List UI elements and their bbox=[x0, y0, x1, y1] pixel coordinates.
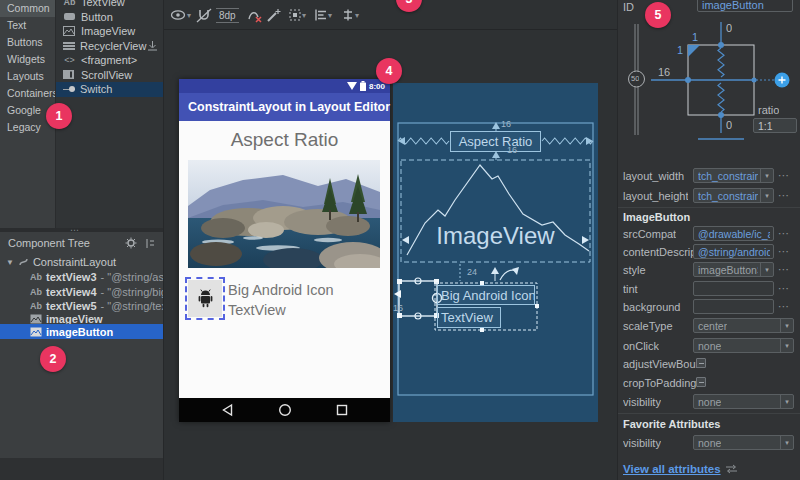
download-icon[interactable] bbox=[148, 41, 157, 51]
croptopadding-checkbox[interactable] bbox=[696, 377, 706, 387]
view-options-button[interactable]: ▾ bbox=[170, 6, 191, 24]
margin-value: 8dp bbox=[216, 8, 239, 23]
distribute-icon bbox=[341, 8, 355, 22]
pack-distribute-button[interactable]: ▾ bbox=[341, 6, 359, 24]
palette-item-switch[interactable]: Switch bbox=[56, 82, 163, 97]
margin-label-left: 16 bbox=[393, 303, 403, 313]
more-button[interactable]: ⋯ bbox=[778, 300, 789, 313]
android-robot-icon bbox=[197, 289, 214, 308]
phone-nav-bar bbox=[179, 398, 390, 422]
palette-category-text[interactable]: Text bbox=[0, 17, 55, 34]
wand-icon bbox=[266, 8, 282, 23]
layout-height-combo[interactable]: tch_constraint▾ bbox=[693, 188, 774, 203]
button-icon bbox=[63, 12, 76, 22]
blueprint-caption-line1[interactable]: Big Android Icon bbox=[437, 285, 535, 305]
battery-icon bbox=[360, 81, 366, 91]
infer-constraints-button[interactable] bbox=[266, 6, 282, 24]
margin-top-value[interactable]: 0 bbox=[726, 22, 732, 34]
background-field[interactable] bbox=[693, 299, 774, 314]
phone-status-bar: 8:00 bbox=[179, 79, 390, 93]
more-button[interactable]: ⋯ bbox=[778, 282, 789, 295]
palette-category-containers[interactable]: Containers bbox=[0, 85, 55, 102]
bias-value[interactable]: 50 bbox=[631, 74, 639, 83]
gear-icon[interactable] bbox=[125, 237, 137, 249]
clear-constraints-button[interactable] bbox=[246, 6, 263, 24]
palette-category-widgets[interactable]: Widgets bbox=[0, 51, 55, 68]
favorite-attributes-title: Favorite Attributes bbox=[623, 418, 720, 430]
annotation-badge-2: 2 bbox=[40, 346, 66, 372]
onclick-combo[interactable]: none▾ bbox=[693, 338, 794, 353]
magnet-off-icon bbox=[196, 8, 212, 23]
palette-item-scrollview[interactable]: ScrollView bbox=[56, 68, 163, 83]
design-preview-phone[interactable]: 8:00 ConstraintLayout in Layout Editor A… bbox=[179, 79, 390, 422]
blueprint-imageview-label[interactable]: ImageView bbox=[401, 222, 590, 250]
default-margins-control[interactable]: 8dp bbox=[216, 6, 239, 24]
fragment-icon: <> bbox=[63, 55, 76, 65]
recyclerview-icon bbox=[63, 42, 75, 50]
attributes-panel: ID imageButton 50 0 1 1 16 0 ratio 1:1 bbox=[617, 0, 800, 480]
caption-textview-line1[interactable]: Big Android Icon bbox=[228, 282, 334, 298]
adjustviewbounds-checkbox[interactable] bbox=[696, 358, 706, 368]
layout-width-combo[interactable]: tch_constraint▾ bbox=[693, 168, 774, 183]
palette-category-layouts[interactable]: Layouts bbox=[0, 68, 55, 85]
tree-item-constraintlayout[interactable]: ▼ ConstraintLayout bbox=[0, 255, 163, 269]
component-tree-panel: Component Tree ▼ ConstraintLayout Ab tex… bbox=[0, 232, 163, 458]
srccompat-field[interactable]: @drawable/ic_an bbox=[693, 226, 774, 241]
contentdescription-field[interactable]: @string/android_ bbox=[693, 244, 774, 259]
margin-label-top: 16 bbox=[501, 119, 511, 129]
collapse-all-icon[interactable] bbox=[145, 238, 155, 249]
more-button[interactable]: ⋯ bbox=[778, 227, 789, 240]
blueprint-aspect-ratio-textview[interactable]: Aspect Ratio bbox=[450, 131, 541, 152]
more-button[interactable]: ⋯ bbox=[778, 169, 789, 182]
clear-constraints-icon bbox=[246, 8, 263, 23]
tree-item-textview5[interactable]: Ab textView5 - "@string/tex bbox=[0, 299, 163, 313]
autoconnect-off-button[interactable] bbox=[196, 6, 212, 24]
textview-icon: Ab bbox=[63, 0, 76, 7]
palette-item-fragment[interactable]: <> <fragment> bbox=[56, 53, 163, 68]
lake-photo-imageview[interactable] bbox=[188, 160, 380, 268]
visibility-combo[interactable]: none▾ bbox=[693, 394, 794, 409]
switch-icon bbox=[63, 85, 75, 93]
style-combo[interactable]: imageButtonSt▾ bbox=[693, 262, 774, 277]
back-icon bbox=[221, 403, 234, 417]
blueprint-caption-line2[interactable]: TextView bbox=[437, 307, 501, 328]
wifi-icon bbox=[347, 82, 357, 90]
more-button[interactable]: ⋯ bbox=[778, 263, 789, 276]
favorite-visibility-combo[interactable]: none▾ bbox=[693, 435, 794, 450]
textview-icon: Ab bbox=[30, 287, 42, 297]
android-imagebutton-selected[interactable] bbox=[188, 280, 222, 317]
status-time: 8:00 bbox=[369, 82, 385, 91]
recents-icon bbox=[336, 404, 348, 416]
aspect-ratio-textview[interactable]: Aspect Ratio bbox=[179, 129, 390, 151]
phone-content: Aspect Ratio bbox=[179, 121, 390, 398]
palette-category-buttons[interactable]: Buttons bbox=[0, 34, 55, 51]
section-imagebutton: ImageButton bbox=[623, 211, 690, 223]
expander-icon[interactable]: ▼ bbox=[6, 258, 14, 267]
guidelines-button[interactable]: ▾ bbox=[288, 6, 306, 24]
blueprint-view[interactable]: Aspect Ratio 16 16 ImageView 24 16 Big A… bbox=[393, 83, 598, 422]
margin-label-mid: 16 bbox=[507, 145, 517, 155]
ratio-field[interactable]: 1:1 bbox=[753, 118, 797, 133]
tint-field[interactable] bbox=[693, 281, 774, 296]
tree-item-textview4[interactable]: Ab textView4 - "@string/big bbox=[0, 285, 163, 299]
tree-item-imagebutton[interactable]: imageButton bbox=[0, 324, 163, 339]
palette-item-imageview[interactable]: ImageView bbox=[56, 24, 163, 39]
palette-item-textview[interactable]: Ab TextView bbox=[56, 0, 163, 10]
more-button[interactable]: ⋯ bbox=[778, 189, 789, 202]
eye-icon bbox=[170, 8, 187, 22]
caption-textview-line2[interactable]: TextView bbox=[228, 302, 286, 318]
tree-item-textview3[interactable]: Ab textView3 - "@string/asp bbox=[0, 270, 163, 284]
annotation-badge-4: 4 bbox=[376, 58, 402, 84]
more-button[interactable]: ⋯ bbox=[778, 245, 789, 258]
design-toolbar: ▾ 8dp ▾ ▾ ▾ bbox=[164, 0, 618, 30]
margin-left-value[interactable]: 16 bbox=[658, 66, 670, 78]
scaletype-combo[interactable]: center▾ bbox=[693, 318, 794, 333]
view-all-attributes-link[interactable]: View all attributes bbox=[623, 463, 738, 475]
palette-category-common[interactable]: Common bbox=[0, 0, 55, 17]
phone-app-bar: ConstraintLayout in Layout Editor bbox=[179, 93, 390, 121]
palette-item-recyclerview[interactable]: RecyclerView bbox=[56, 39, 163, 54]
align-icon bbox=[314, 8, 328, 22]
align-button[interactable]: ▾ bbox=[314, 6, 332, 24]
margin-bottom-value[interactable]: 0 bbox=[726, 119, 732, 131]
palette-item-button[interactable]: Button bbox=[56, 10, 163, 25]
